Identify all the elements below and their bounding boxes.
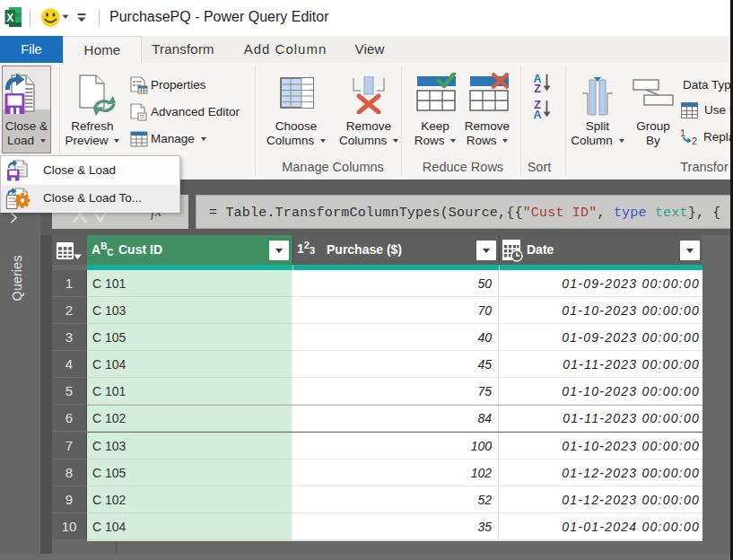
svg-text:Z: Z — [534, 83, 541, 95]
svg-text:X: X — [6, 12, 13, 24]
svg-text:A: A — [533, 109, 541, 119]
svg-text:2: 2 — [692, 136, 697, 146]
svg-text:1: 1 — [680, 127, 685, 138]
